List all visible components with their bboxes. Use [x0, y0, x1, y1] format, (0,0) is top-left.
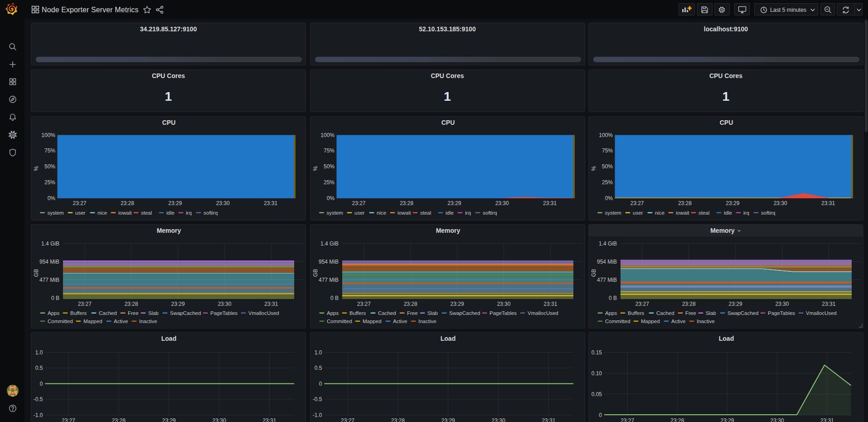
svg-text:Apps: Apps	[605, 310, 617, 316]
svg-text:0: 0	[319, 380, 322, 387]
svg-text:-1.0: -1.0	[34, 412, 43, 418]
svg-text:23:28: 23:28	[403, 301, 417, 307]
svg-text:Mapped: Mapped	[83, 319, 102, 324]
svg-text:23:31: 23:31	[543, 200, 557, 206]
svg-text:23:31: 23:31	[542, 417, 555, 422]
svg-text:Memory: Memory	[436, 226, 460, 234]
svg-text:75%: 75%	[323, 147, 334, 154]
svg-text:iowait: iowait	[118, 210, 132, 216]
svg-text:23:30: 23:30	[495, 200, 509, 206]
svg-text:Cached: Cached	[656, 310, 674, 316]
svg-text:477 MiB: 477 MiB	[39, 276, 59, 283]
svg-text:Load: Load	[440, 334, 455, 342]
svg-text:0.5: 0.5	[35, 365, 43, 371]
svg-text:PageTables: PageTables	[210, 310, 238, 316]
svg-text:-0.5: -0.5	[34, 396, 43, 402]
svg-text:VmallocUsed: VmallocUsed	[806, 310, 837, 316]
svg-text:nice: nice	[377, 210, 386, 216]
svg-text:23:29: 23:29	[441, 417, 455, 422]
svg-text:0 B: 0 B	[609, 295, 617, 301]
svg-text:23:27: 23:27	[78, 301, 92, 307]
svg-text:23:30: 23:30	[497, 301, 510, 307]
svg-text:0.10: 0.10	[592, 370, 602, 376]
svg-text:477 MiB: 477 MiB	[597, 276, 617, 283]
svg-text:23:28: 23:28	[125, 301, 138, 307]
svg-text:0.15: 0.15	[592, 349, 602, 355]
svg-text:23:30: 23:30	[491, 417, 505, 422]
svg-text:user: user	[75, 210, 86, 216]
svg-text:23:30: 23:30	[771, 417, 784, 422]
svg-text:Load: Load	[719, 334, 734, 342]
svg-text:1.4 GiB: 1.4 GiB	[320, 240, 338, 246]
svg-text:Buffers: Buffers	[628, 310, 644, 316]
svg-text:steal: steal	[698, 210, 709, 216]
svg-text:23:31: 23:31	[543, 301, 557, 307]
svg-text:23:31: 23:31	[820, 417, 834, 422]
svg-text:GB: GB	[591, 269, 597, 276]
svg-text:Active: Active	[393, 319, 407, 324]
svg-text:0 B: 0 B	[330, 295, 338, 301]
svg-text:0.05: 0.05	[592, 391, 602, 397]
svg-text:23:29: 23:29	[726, 200, 739, 206]
svg-text:1.4 GiB: 1.4 GiB	[599, 240, 617, 246]
svg-text:%: %	[591, 166, 597, 171]
svg-text:idle: idle	[166, 210, 175, 216]
svg-text:1.0: 1.0	[314, 349, 322, 355]
svg-text:Buffers: Buffers	[70, 310, 87, 316]
svg-text:0.5: 0.5	[314, 365, 322, 371]
svg-text:Inactive: Inactive	[418, 319, 436, 324]
svg-text:23:29: 23:29	[450, 301, 464, 307]
svg-text:23:27: 23:27	[621, 417, 634, 422]
svg-text:GB: GB	[312, 269, 318, 276]
svg-text:SwapCached: SwapCached	[449, 310, 480, 316]
svg-text:Mapped: Mapped	[363, 319, 382, 324]
svg-text:25%: 25%	[602, 179, 613, 185]
svg-text:-0.5: -0.5	[312, 396, 322, 402]
svg-text:softirq: softirq	[204, 210, 218, 216]
svg-text:CPU: CPU	[441, 118, 455, 126]
svg-text:23:27: 23:27	[62, 417, 75, 422]
svg-text:23:30: 23:30	[775, 301, 789, 307]
svg-text:23:29: 23:29	[168, 200, 182, 206]
svg-text:Free: Free	[128, 310, 139, 316]
svg-text:Apps: Apps	[48, 310, 59, 316]
svg-text:100%: 100%	[41, 132, 55, 138]
svg-text:user: user	[354, 210, 365, 216]
svg-text:23:29: 23:29	[720, 417, 734, 422]
svg-text:Inactive: Inactive	[697, 319, 715, 324]
svg-text:Slab: Slab	[427, 310, 438, 316]
svg-text:Committed: Committed	[48, 319, 73, 324]
svg-text:softirq: softirq	[483, 210, 497, 216]
svg-text:23:31: 23:31	[821, 200, 835, 206]
svg-text:CPU: CPU	[720, 118, 733, 126]
svg-text:23:30: 23:30	[774, 200, 787, 206]
svg-text:1.4 GiB: 1.4 GiB	[41, 240, 59, 246]
svg-text:Active: Active	[671, 319, 685, 324]
svg-text:477 MiB: 477 MiB	[318, 276, 338, 283]
svg-text:-1.0: -1.0	[312, 412, 322, 418]
svg-text:75%: 75%	[602, 147, 613, 154]
svg-text:23:27: 23:27	[357, 301, 370, 307]
svg-text:23:27: 23:27	[630, 200, 644, 206]
svg-text:23:28: 23:28	[391, 417, 404, 422]
svg-text:23:29: 23:29	[729, 301, 742, 307]
svg-text:irq: irq	[465, 210, 471, 216]
svg-text:SwapCached: SwapCached	[727, 310, 758, 316]
svg-text:user: user	[633, 210, 643, 216]
svg-text:Committed: Committed	[605, 319, 630, 324]
svg-text:SwapCached: SwapCached	[170, 310, 201, 316]
svg-text:%: %	[312, 166, 318, 171]
svg-text:VmallocUsed: VmallocUsed	[528, 310, 558, 316]
svg-text:idle: idle	[724, 210, 732, 216]
svg-text:Slab: Slab	[706, 310, 716, 316]
svg-text:23:28: 23:28	[112, 417, 126, 422]
svg-text:23:27: 23:27	[341, 417, 354, 422]
svg-text:system: system	[48, 210, 64, 216]
svg-text:nice: nice	[97, 210, 107, 216]
svg-text:Apps: Apps	[327, 310, 339, 316]
svg-text:23:30: 23:30	[216, 200, 230, 206]
svg-text:Cached: Cached	[378, 310, 396, 316]
svg-text:23:31: 23:31	[822, 301, 835, 307]
svg-text:Inactive: Inactive	[139, 319, 157, 324]
svg-text:25%: 25%	[323, 179, 334, 185]
